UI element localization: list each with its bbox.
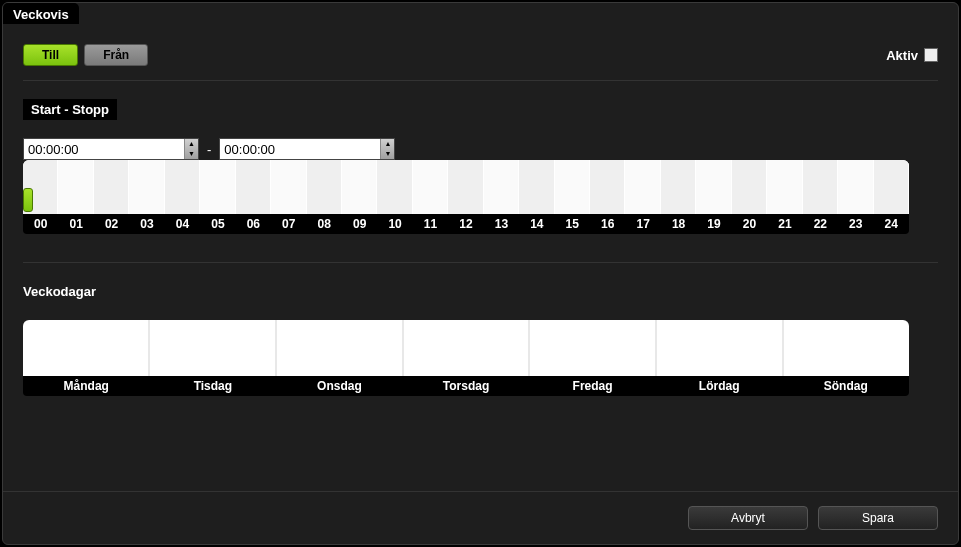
time-separator: - [207,142,211,157]
start-stop-heading: Start - Stopp [23,99,117,120]
hour-label: 24 [874,214,909,234]
start-time-spinner[interactable]: ▲▼ [184,139,198,159]
weekdays-heading: Veckodagar [23,281,104,302]
hour-label: 22 [803,214,838,234]
hour-label: 18 [661,214,696,234]
spinner-down-icon[interactable]: ▼ [381,149,394,159]
hour-label: 02 [94,214,129,234]
hour-label: 11 [413,214,448,234]
weekday-label: Onsdag [276,376,403,396]
start-time-input[interactable] [24,139,184,159]
save-button[interactable]: Spara [818,506,938,530]
weekday-cell-friday[interactable] [530,320,657,376]
spinner-up-icon[interactable]: ▲ [381,139,394,149]
timeline-track[interactable] [23,160,909,214]
weekday-label: Lördag [656,376,783,396]
hour-label: 05 [200,214,235,234]
timeline: 0001020304050607080910111213141516171819… [23,160,909,234]
weekday-label: Tisdag [150,376,277,396]
hour-label: 20 [732,214,767,234]
toggle-on-button[interactable]: Till [23,44,78,66]
hour-label: 23 [838,214,873,234]
weekday-cell-saturday[interactable] [657,320,784,376]
hour-label: 01 [58,214,93,234]
weekday-cell-tuesday[interactable] [150,320,277,376]
weekday-label: Söndag [782,376,909,396]
active-label: Aktiv [886,48,918,63]
hour-label: 08 [307,214,342,234]
hour-label: 16 [590,214,625,234]
hour-label: 04 [165,214,200,234]
weekly-schedule-dialog: Veckovis Till Från Aktiv Start - Stopp ▲… [2,2,959,545]
spinner-up-icon[interactable]: ▲ [185,139,198,149]
weekday-label: Fredag [529,376,656,396]
weekday-cell-monday[interactable] [23,320,150,376]
hour-label: 03 [129,214,164,234]
hour-label: 07 [271,214,306,234]
toggle-row: Till Från Aktiv [23,24,938,81]
dialog-title: Veckovis [3,3,79,24]
hour-label: 15 [555,214,590,234]
weekday-labels: Måndag Tisdag Onsdag Torsdag Fredag Lörd… [23,376,909,396]
hour-label: 09 [342,214,377,234]
end-time-input[interactable] [220,139,380,159]
hour-label: 12 [448,214,483,234]
cancel-button[interactable]: Avbryt [688,506,808,530]
time-inputs-row: ▲▼ - ▲▼ [23,138,938,160]
active-checkbox[interactable] [924,48,938,62]
end-time-spinner[interactable]: ▲▼ [380,139,394,159]
weekday-cell-sunday[interactable] [784,320,909,376]
weekday-label: Måndag [23,376,150,396]
spinner-down-icon[interactable]: ▼ [185,149,198,159]
weekday-cell-thursday[interactable] [404,320,531,376]
hour-label: 13 [484,214,519,234]
hour-label: 17 [625,214,660,234]
hour-label: 06 [236,214,271,234]
timeline-handle[interactable] [23,188,33,212]
dialog-footer: Avbryt Spara [3,491,958,544]
weekdays-grid: Måndag Tisdag Onsdag Torsdag Fredag Lörd… [23,320,909,396]
hour-label: 00 [23,214,58,234]
timeline-hour-labels: 0001020304050607080910111213141516171819… [23,214,909,234]
hour-label: 14 [519,214,554,234]
weekday-cell-wednesday[interactable] [277,320,404,376]
hour-label: 19 [696,214,731,234]
toggle-off-button[interactable]: Från [84,44,148,66]
hour-label: 10 [377,214,412,234]
hour-label: 21 [767,214,802,234]
weekday-label: Torsdag [403,376,530,396]
